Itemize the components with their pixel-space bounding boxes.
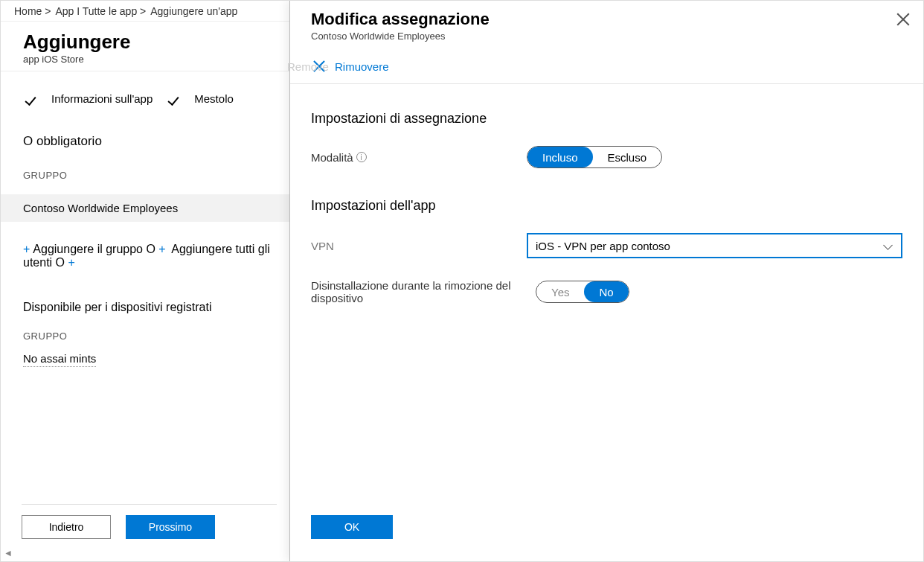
uninstall-no[interactable]: No [584,281,628,302]
step-mestolo[interactable]: Mestolo [194,92,234,105]
left-header: Aggiungere app iOS Store [1,22,298,71]
available-heading: Disponibile per i dispositivi registrati [23,301,275,314]
uninstall-row: Disinstallazione durante la rimozione de… [311,279,902,304]
left-pane: Aggiungere app iOS Store Informazioni su… [1,22,298,561]
ok-button[interactable]: OK [311,515,393,539]
mode-toggle[interactable]: Incluso Escluso [527,146,662,168]
vpn-label: VPN [311,240,527,252]
app-settings-heading: Impostazioni dell'app [311,198,902,214]
check-icon [23,91,38,106]
uninstall-toggle[interactable]: Yes No [536,281,629,303]
panel-title: Modifica assegnazione [311,10,902,29]
vpn-row: VPN iOS - VPN per app contoso [311,233,902,258]
group-row-contoso[interactable]: Contoso Worldwide Employees [1,194,298,222]
wizard-steps: Informazioni sull'app Mestolo [1,71,298,113]
wizard-footer: Indietro Prossimo [22,504,277,539]
assignment-settings: Impostazioni di assegnazione Modalità i … [311,111,902,168]
remove-ghost-label: Remove [287,60,329,73]
vpn-select[interactable]: iOS - VPN per app contoso [527,233,902,258]
remove-label: Rimuovere [335,60,389,73]
plus-icon: + [23,243,30,255]
mode-row: Modalità i Incluso Escluso [311,146,902,168]
info-icon[interactable]: i [356,152,367,162]
breadcrumb-home[interactable]: Home > [14,5,51,17]
close-icon[interactable] [895,11,911,28]
vpn-selected-value: iOS - VPN per app contoso [536,240,670,252]
app-settings: Impostazioni dell'app VPN iOS - VPN per … [311,198,902,304]
step-app-info[interactable]: Informazioni sull'app [51,92,153,105]
remove-button[interactable]: Remove Rimuovere [311,58,902,74]
vpn-label-text: VPN [311,240,334,252]
chevron-down-icon [883,240,893,251]
mode-label-text: Modalità [311,151,353,164]
page-subtitle: app iOS Store [23,54,275,65]
check-icon [166,91,181,106]
next-button[interactable]: Prossimo [126,515,215,539]
panel-header: Modifica assegnazione Contoso Worldwide … [311,10,902,42]
uninstall-yes[interactable]: Yes [536,281,584,302]
back-button[interactable]: Indietro [22,515,111,539]
mode-excluded[interactable]: Escluso [593,147,662,167]
add-group-link[interactable]: Aggiungere il gruppo O [33,243,155,255]
breadcrumb-add[interactable]: Aggiungere un'app [150,5,237,17]
assignments-section: O obbligatorio GRUPPO Contoso Worldwide … [1,113,298,374]
page-title: Aggiungere [23,31,275,54]
group-column-header: GRUPPO [23,170,275,181]
add-links: +Aggiungere il gruppo O + Aggiungere tut… [23,243,275,269]
plus-icon: + [158,243,165,255]
divider [290,83,923,84]
mode-label: Modalità i [311,151,527,164]
assignment-settings-heading: Impostazioni di assegnazione [311,111,902,127]
plus-icon: + [68,256,74,269]
scroll-left-icon[interactable]: ◄ [4,548,13,558]
panel-subtitle: Contoso Worldwide Employees [311,31,902,42]
required-heading: O obbligatorio [23,134,275,149]
group-column-header-2: GRUPPO [23,331,275,342]
mode-included[interactable]: Incluso [527,147,593,167]
no-assignments: No assai mints [23,352,96,367]
breadcrumb-apps[interactable]: App I Tutte le app > [55,5,146,17]
edit-assignment-panel: Modifica assegnazione Contoso Worldwide … [289,1,923,561]
uninstall-label: Disinstallazione durante la rimozione de… [311,279,542,304]
